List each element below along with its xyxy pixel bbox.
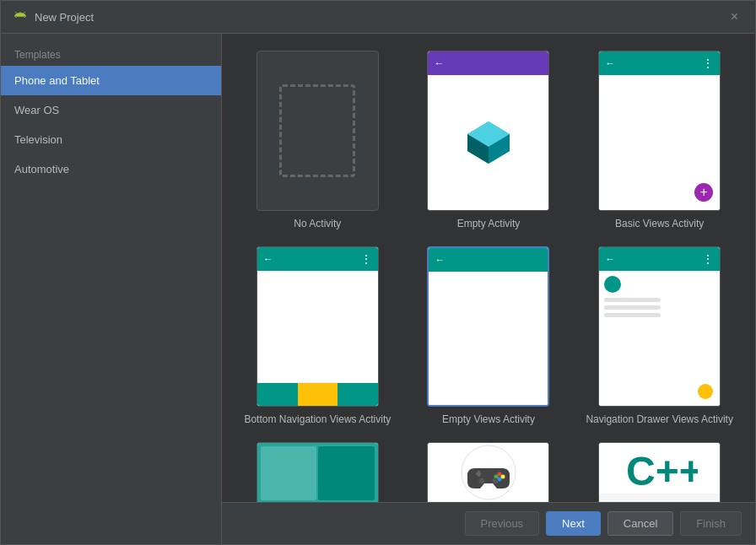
svg-text:C++: C++ — [626, 449, 698, 494]
empty-activity-label: Empty Activity — [457, 218, 521, 229]
new-project-dialog: New Project × Templates Phone and Tablet… — [0, 0, 756, 545]
cube-container — [428, 75, 548, 210]
cancel-button[interactable]: Cancel — [608, 511, 673, 536]
drawer-line-1 — [604, 298, 661, 302]
finish-button[interactable]: Finish — [680, 511, 742, 536]
next-button[interactable]: Next — [546, 511, 601, 536]
nav-item-3 — [338, 383, 378, 406]
cube-svg — [463, 117, 514, 168]
drawer-fab — [698, 384, 713, 399]
nav-drawer-mock: ← ⋮ — [599, 247, 720, 406]
svg-point-12 — [492, 478, 498, 484]
drawer-avatar — [604, 276, 621, 293]
dialog-title: New Project — [35, 11, 94, 24]
templates-grid: No Activity ← — [222, 34, 755, 502]
bottom-nav-bar — [257, 382, 378, 406]
bottom-nav-body — [257, 271, 378, 382]
empty-activity-toolbar: ← — [428, 51, 548, 75]
game-activity-thumb — [427, 442, 549, 502]
gamepad-icon — [459, 443, 518, 502]
cpp-container: C++ — [599, 443, 720, 494]
svg-rect-6 — [478, 471, 480, 477]
more-icon: ⋮ — [702, 57, 715, 70]
title-bar-left: New Project — [13, 9, 94, 24]
back-arrow-icon: ← — [433, 57, 445, 69]
template-native-cpp[interactable]: C++ Native C++ — [580, 442, 738, 502]
template-empty-views[interactable]: ← Empty Views Activity — [410, 246, 568, 425]
no-activity-label: No Activity — [294, 218, 341, 229]
basic-views-mock: ← ⋮ + — [599, 51, 720, 210]
bottom-nav-label: Bottom Navigation Views Activity — [244, 413, 391, 425]
no-activity-thumb — [256, 51, 379, 211]
cpp-icon: C++ — [622, 443, 698, 494]
basic-views-label: Basic Views Activity — [615, 218, 704, 229]
sidebar-item-automotive[interactable]: Automotive — [1, 154, 221, 184]
svg-point-8 — [500, 475, 505, 479]
back-icon: ← — [604, 57, 616, 69]
native-cpp-thumb: C++ — [598, 442, 721, 502]
empty-activity-mock: ← — [428, 51, 548, 210]
sidebar-item-phone-tablet[interactable]: Phone and Tablet — [1, 66, 221, 95]
nav-drawer-label: Navigation Drawer Views Activity — [586, 413, 733, 425]
close-button[interactable]: × — [726, 8, 743, 26]
nav-item-1 — [257, 383, 298, 406]
back-icon2: ← — [262, 253, 274, 265]
back-icon4: ← — [604, 253, 616, 265]
svg-point-11 — [478, 478, 484, 484]
drawer-content — [666, 271, 720, 406]
sidebar: Templates Phone and Tablet Wear OS Telev… — [1, 34, 222, 544]
empty-views-label: Empty Views Activity — [442, 413, 535, 425]
nav-drawer-body — [599, 271, 720, 406]
template-game-activity[interactable]: Game Activity — [410, 442, 568, 502]
nav-drawer-toolbar: ← ⋮ — [599, 247, 720, 271]
drawer-panel — [599, 271, 666, 406]
previous-button[interactable]: Previous — [465, 511, 540, 536]
sidebar-item-wear-os[interactable]: Wear OS — [1, 95, 221, 125]
drawer-line-3 — [604, 313, 661, 317]
teal-cell-1 — [261, 446, 317, 500]
bottom-nav-toolbar: ← ⋮ — [257, 247, 378, 271]
basic-views-body: + — [599, 75, 720, 210]
empty-views-body — [429, 272, 548, 405]
dialog-content: Templates Phone and Tablet Wear OS Telev… — [1, 34, 755, 544]
android-icon — [13, 9, 28, 24]
empty-activity-thumb: ← — [427, 51, 549, 211]
footer: Previous Next Cancel Finish — [222, 502, 755, 544]
teal-cell-2 — [318, 446, 375, 500]
more-icon2: ⋮ — [360, 252, 373, 266]
sidebar-section-label: Templates — [1, 40, 221, 66]
nav-item-2 — [298, 383, 338, 406]
teal-grid — [257, 443, 378, 502]
basic-views-toolbar: ← ⋮ — [599, 51, 720, 75]
template-bottom-nav[interactable]: ← ⋮ Bottom Navigation Views Activity — [239, 246, 397, 425]
back-icon3: ← — [434, 254, 446, 266]
bottom-nav-mock: ← ⋮ — [257, 247, 378, 406]
empty-views-mock: ← — [429, 248, 548, 405]
title-bar: New Project × — [1, 1, 755, 34]
template-no-activity[interactable]: No Activity — [239, 51, 397, 229]
template-empty-activity[interactable]: ← Empty Act — [410, 51, 568, 229]
teal-grid-top — [257, 443, 378, 502]
drawer-line-2 — [604, 305, 661, 310]
fab-button: + — [694, 183, 713, 202]
dashed-box — [279, 84, 355, 177]
template-responsive-views[interactable]: ↗ Responsive Views Activity — [239, 442, 397, 502]
game-icon-container — [428, 443, 548, 502]
bottom-nav-thumb: ← ⋮ — [256, 246, 379, 407]
svg-point-7 — [497, 472, 501, 477]
responsive-views-thumb: ↗ — [256, 442, 379, 502]
template-basic-views[interactable]: ← ⋮ + Basic Views Activity — [580, 51, 738, 229]
nav-drawer-thumb: ← ⋮ — [598, 246, 721, 407]
empty-views-toolbar: ← — [429, 248, 548, 272]
main-content: No Activity ← — [222, 34, 755, 544]
template-nav-drawer[interactable]: ← ⋮ — [580, 246, 738, 425]
basic-views-thumb: ← ⋮ + — [598, 51, 721, 211]
sidebar-item-television[interactable]: Television — [1, 125, 221, 154]
more-icon4: ⋮ — [702, 252, 715, 266]
empty-views-thumb: ← — [427, 246, 549, 407]
